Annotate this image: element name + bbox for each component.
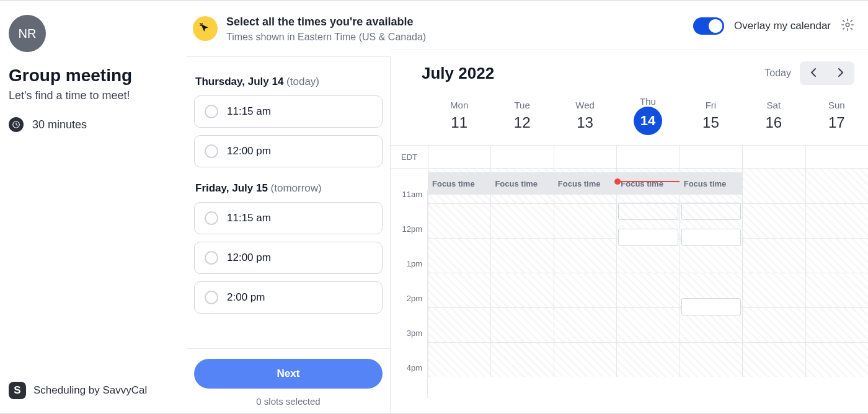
radio-icon: [205, 291, 218, 304]
focus-time-event[interactable]: Focus time: [680, 172, 742, 195]
time-slot[interactable]: 11:15 am: [194, 202, 383, 234]
time-label: 2pm: [391, 294, 428, 328]
grid-cell[interactable]: [805, 342, 868, 377]
overlay-toggle[interactable]: [693, 17, 724, 35]
grid-cell[interactable]: [428, 238, 490, 273]
time-slot[interactable]: 11:15 am: [194, 95, 383, 128]
day-heading: Friday, July 15 (tomorrow): [195, 182, 383, 195]
slot-time: 12:00 pm: [227, 252, 271, 264]
avatar: NR: [9, 15, 46, 52]
time-slot[interactable]: 12:00 pm: [194, 242, 383, 274]
time-label: 11am: [391, 190, 428, 224]
pointer-icon: [193, 16, 218, 41]
grid-cell[interactable]: [490, 342, 553, 377]
month-label: July 2022: [422, 64, 494, 83]
slot-time: 11:15 am: [227, 212, 271, 224]
grid-cell[interactable]: Focus time: [554, 169, 616, 203]
savvycal-icon: S: [9, 382, 26, 399]
radio-icon: [205, 211, 218, 225]
grid-cell[interactable]: Focus time: [680, 169, 742, 203]
grid-cell[interactable]: Focus time: [616, 169, 679, 203]
grid-cell[interactable]: [490, 238, 553, 273]
available-slot[interactable]: [681, 298, 741, 315]
grid-cell[interactable]: [680, 203, 742, 238]
grid-cell[interactable]: [805, 169, 868, 203]
meeting-description: Let's find a time to meet!: [9, 89, 172, 102]
grid-cell[interactable]: [554, 238, 616, 273]
day-header[interactable]: Fri 15: [680, 100, 742, 131]
sidebar: NR Group meeting Let's find a time to me…: [0, 1, 186, 413]
timezone-row: EDT: [391, 145, 868, 169]
grid-cell[interactable]: [554, 307, 616, 342]
grid-cell[interactable]: [742, 307, 805, 342]
grid-cell[interactable]: [428, 203, 490, 238]
grid-cell[interactable]: [680, 273, 742, 307]
grid-cell[interactable]: [742, 169, 805, 203]
grid-cell[interactable]: [680, 342, 742, 377]
time-label: 12pm: [391, 224, 428, 259]
grid-cell[interactable]: [554, 342, 616, 377]
radio-icon: [205, 144, 218, 158]
grid-cell[interactable]: [428, 273, 490, 307]
time-label: 1pm: [391, 259, 428, 294]
footer[interactable]: S Scheduling by SavvyCal: [9, 382, 147, 399]
week-header: Mon 11 Tue 12 Wed 13 Thu 14 Fri 15 Sat 1…: [391, 87, 868, 145]
slot-time: 12:00 pm: [227, 145, 271, 157]
available-slot[interactable]: [681, 229, 741, 246]
timezone-label: EDT: [391, 152, 428, 162]
gear-icon[interactable]: [841, 18, 854, 34]
focus-time-event[interactable]: Focus time: [491, 172, 553, 195]
grid-cell[interactable]: Focus time: [428, 169, 490, 203]
day-header[interactable]: Tue 12: [490, 100, 553, 131]
grid-cell[interactable]: [805, 273, 868, 307]
svg-point-1: [846, 23, 849, 27]
grid-cell[interactable]: [742, 238, 805, 273]
available-slot[interactable]: [618, 229, 678, 246]
grid-cell[interactable]: [490, 203, 553, 238]
current-time-indicator: [617, 181, 679, 182]
grid-cell[interactable]: [805, 307, 868, 342]
radio-icon: [205, 251, 218, 265]
grid-cell[interactable]: [616, 203, 679, 238]
time-slot[interactable]: 12:00 pm: [194, 135, 383, 167]
grid-cell[interactable]: [805, 238, 868, 273]
slots-selected-label: 0 slots selected: [194, 396, 383, 407]
grid-cell[interactable]: [616, 342, 679, 377]
clock-icon: [9, 117, 24, 132]
slot-time: 11:15 am: [227, 105, 271, 118]
prev-week-button[interactable]: [800, 61, 827, 85]
grid-cell[interactable]: [742, 203, 805, 238]
grid-cell[interactable]: [616, 273, 679, 307]
calendar-grid[interactable]: 11amFocus timeFocus timeFocus timeFocus …: [391, 169, 868, 413]
radio-icon: [205, 105, 218, 118]
grid-cell[interactable]: [742, 342, 805, 377]
grid-cell[interactable]: [742, 273, 805, 307]
grid-cell[interactable]: [490, 273, 553, 307]
time-label: 3pm: [391, 328, 428, 363]
grid-cell[interactable]: [490, 307, 553, 342]
today-button[interactable]: Today: [764, 68, 791, 79]
day-header[interactable]: Sat 16: [742, 100, 805, 131]
grid-cell[interactable]: Focus time: [490, 169, 553, 203]
grid-cell[interactable]: [428, 307, 490, 342]
day-header[interactable]: Wed 13: [554, 100, 616, 131]
day-header[interactable]: Mon 11: [428, 100, 490, 131]
day-header[interactable]: Sun 17: [805, 100, 868, 131]
time-label: 4pm: [391, 363, 428, 398]
focus-time-event[interactable]: Focus time: [428, 172, 490, 195]
focus-time-event[interactable]: Focus time: [554, 172, 616, 195]
grid-cell[interactable]: [554, 203, 616, 238]
focus-time-event[interactable]: Focus time: [617, 172, 679, 195]
week-nav: [800, 61, 854, 85]
banner: Select all the times you're available Ti…: [187, 1, 391, 57]
duration-label: 30 minutes: [32, 118, 87, 131]
day-header-today[interactable]: Thu 14: [616, 96, 679, 135]
grid-cell[interactable]: [428, 342, 490, 377]
grid-cell[interactable]: [554, 273, 616, 307]
next-button[interactable]: Next: [194, 359, 383, 389]
meeting-title: Group meeting: [9, 66, 172, 86]
next-week-button[interactable]: [827, 61, 854, 85]
time-slot[interactable]: 2:00 pm: [194, 281, 383, 314]
grid-cell[interactable]: [805, 203, 868, 238]
grid-cell[interactable]: [616, 307, 679, 342]
